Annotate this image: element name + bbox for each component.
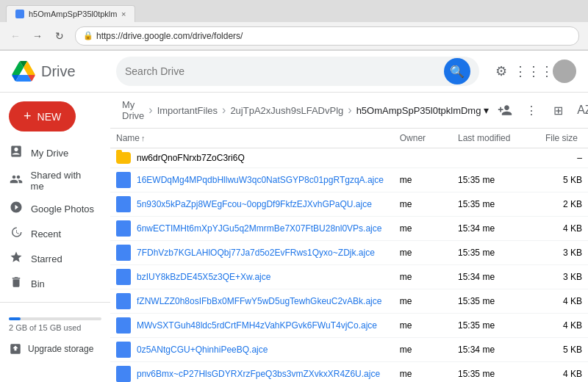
sidebar-item-starred[interactable]: Starred xyxy=(0,246,104,271)
nav-bar: ← → ↻ 🔒 xyxy=(0,22,588,50)
file-name-link[interactable]: 0z5ANtgCGU+QhinhiPeeBQ.ajce xyxy=(137,345,268,355)
file-owner: me xyxy=(394,338,452,362)
tab-close-btn[interactable]: × xyxy=(121,10,126,18)
file-name-link[interactable]: 16EWDqMg4MPqdbHllwuW3qc0NatSGYP8c01pgRTg… xyxy=(137,175,384,185)
starred-label: Starred xyxy=(31,253,62,264)
table-row[interactable]: 7FDhVzb7KGLAHlOQbj77Ja7d5o2EvFRws1Qyxo~Z… xyxy=(110,241,588,265)
breadcrumb-sep-2: › xyxy=(222,104,226,117)
file-modified: 15:35 me xyxy=(452,168,539,192)
address-bar-container[interactable]: 🔒 xyxy=(75,26,579,46)
file-name-cell: 16EWDqMg4MPqdbHllwuW3qc0NatSGYP8c01pgRTg… xyxy=(110,168,394,192)
table-row[interactable]: 16EWDqMg4MPqdbHllwuW3qc0NatSGYP8c01pgRTg… xyxy=(110,168,588,192)
breadcrumb-my-drive[interactable]: My Drive xyxy=(122,99,144,121)
col-header-name[interactable]: Name ↑ xyxy=(110,129,394,148)
file-size: 5 KB xyxy=(539,168,588,192)
header-actions: ⚙ ⋮⋮⋮ xyxy=(488,58,576,84)
starred-icon xyxy=(9,251,24,267)
col-header-owner[interactable]: Owner xyxy=(394,129,452,148)
tab-favicon xyxy=(15,10,24,18)
storage-text: 2 GB of 15 GB used xyxy=(9,323,81,332)
table-row[interactable]: 5n930x5kPaZpj8WEgFcou~0opgDf9FkfzEJXvhGP… xyxy=(110,192,588,217)
file-owner: me xyxy=(394,241,452,265)
table-row[interactable]: MWvSXTGuh48ldc5rdCrtFMH4zVahKPGvk6FWuT4v… xyxy=(110,314,588,338)
sidebar-item-my-drive[interactable]: My Drive xyxy=(0,140,104,165)
table-row[interactable]: fZNWLZZ0h8osIFbBx0MFFwY5wD5ugTewhGkeuC2v… xyxy=(110,289,588,314)
active-tab[interactable]: h5OmAmpSpP35l0tpklmD... × xyxy=(6,5,135,22)
sort-btn[interactable]: AZ xyxy=(573,98,588,122)
col-header-modified[interactable]: Last modified xyxy=(452,129,539,148)
recent-label: Recent xyxy=(31,228,61,239)
my-drive-label: My Drive xyxy=(31,148,68,159)
add-person-btn[interactable] xyxy=(493,98,517,122)
table-row[interactable]: bzIUY8kBzDE45X5z3QE+Xw.ajceme15:34 me3 K… xyxy=(110,265,588,289)
sidebar-item-shared-with-me[interactable]: Shared with me xyxy=(0,165,104,196)
sidebar-item-recent[interactable]: Recent xyxy=(0,221,104,246)
address-input[interactable] xyxy=(96,31,571,41)
content-area: My Drive › ImportantFiles › 2ujTpA2xJush… xyxy=(110,93,588,382)
file-modified: 15:35 me xyxy=(452,362,539,383)
back-btn[interactable]: ← xyxy=(6,26,25,46)
file-name-cell: 7FDhVzb7KGLAHlOQbj77Ja7d5o2EvFRws1Qyxo~Z… xyxy=(110,241,394,265)
file-size: 4 KB xyxy=(539,362,588,383)
app-header: Drive 🔍 ⚙ ⋮⋮⋮ xyxy=(0,51,588,93)
new-button[interactable]: + NEW xyxy=(9,101,76,131)
file-name-cell: 0z5ANtgCGU+QhinhiPeeBQ.ajce xyxy=(110,338,394,362)
apps-icon-btn[interactable]: ⋮⋮⋮ xyxy=(520,58,547,84)
col-header-size[interactable]: File size xyxy=(539,129,588,148)
file-name-link[interactable]: 7FDhVzb7KGLAHlOQbj77Ja7d5o2EvFRws1Qyxo~Z… xyxy=(137,248,375,258)
more-options-btn[interactable]: ⋮ xyxy=(520,98,543,122)
tab-bar: h5OmAmpSpP35l0tpklmD... × xyxy=(0,0,588,22)
doc-icon xyxy=(116,317,131,334)
file-size: 3 KB xyxy=(539,265,588,289)
file-size: – xyxy=(539,148,588,168)
table-row[interactable]: 6nwECTIMHt6mXpYJGu5q2MmrmBe7X07FtBU28nl0… xyxy=(110,217,588,241)
help-icon-btn[interactable]: ⚙ xyxy=(488,58,514,84)
table-row[interactable]: 0z5ANtgCGU+QhinhiPeeBQ.ajceme15:34 me5 K… xyxy=(110,338,588,362)
sidebar-item-google-photos[interactable]: Google Photos xyxy=(0,196,104,221)
file-name-cell: pnv6Bmx~cP27HlsGDYRXrzFpeQ3bs3vmZXvkxXR4… xyxy=(110,362,394,383)
file-modified: 15:34 me xyxy=(452,338,539,362)
sidebar: + NEW My Drive Shared with me Google xyxy=(0,93,110,382)
upgrade-label: Upgrade storage xyxy=(28,344,93,354)
tab-title: h5OmAmpSpP35l0tpklmD... xyxy=(29,10,117,18)
breadcrumb-important-files[interactable]: ImportantFiles xyxy=(157,105,218,116)
forward-btn[interactable]: → xyxy=(28,26,47,46)
shared-with-me-label: Shared with me xyxy=(31,170,96,192)
table-row[interactable]: nw6drQnoFNrxb7ZoC3ri6Q– xyxy=(110,148,588,168)
grid-view-btn[interactable]: ⊞ xyxy=(546,98,570,122)
storage-bar-background xyxy=(9,317,101,320)
sidebar-item-bin[interactable]: Bin xyxy=(0,271,104,296)
doc-icon xyxy=(116,245,131,261)
breadcrumb: My Drive › ImportantFiles › 2ujTpA2xJush… xyxy=(110,93,588,129)
file-name-link[interactable]: pnv6Bmx~cP27HlsGDYRXrzFpeQ3bs3vmZXvkxXR4… xyxy=(137,369,380,379)
file-owner: me xyxy=(394,314,452,338)
breadcrumb-sep-1: › xyxy=(148,104,152,117)
browser-chrome: h5OmAmpSpP35l0tpklmD... × ← → ↻ 🔒 xyxy=(0,0,588,51)
file-modified: 15:35 me xyxy=(452,289,539,314)
reload-btn[interactable]: ↻ xyxy=(50,26,69,46)
avatar[interactable] xyxy=(553,60,576,83)
breadcrumb-folder-id[interactable]: 2ujTpA2xJush9sLFADvPlg xyxy=(230,105,343,116)
doc-icon xyxy=(116,172,131,188)
file-name-link[interactable]: 6nwECTIMHt6mXpYJGu5q2MmrmBe7X07FtBU28nl0… xyxy=(137,223,381,234)
logo-area: Drive xyxy=(12,61,107,82)
file-name-link[interactable]: fZNWLZZ0h8osIFbBx0MFFwY5wD5ugTewhGkeuC2v… xyxy=(137,296,381,306)
breadcrumb-current-label: h5OmAmpSpP35l0tpklmDmg xyxy=(356,105,481,116)
search-input[interactable] xyxy=(125,65,438,77)
file-size: 4 KB xyxy=(539,217,588,241)
file-name-cell: MWvSXTGuh48ldc5rdCrtFMH4zVahKPGvk6FWuT4v… xyxy=(110,314,394,338)
file-name-link[interactable]: bzIUY8kBzDE45X5z3QE+Xw.ajce xyxy=(137,272,270,282)
file-name-link[interactable]: 5n930x5kPaZpj8WEgFcou~0opgDf9FkfzEJXvhGP… xyxy=(137,199,372,209)
search-button[interactable]: 🔍 xyxy=(444,58,470,84)
file-modified: 15:35 me xyxy=(452,192,539,217)
file-owner: me xyxy=(394,217,452,241)
table-row[interactable]: pnv6Bmx~cP27HlsGDYRXrzFpeQ3bs3vmZXvkxXR4… xyxy=(110,362,588,383)
file-name[interactable]: nw6drQnoFNrxb7ZoC3ri6Q xyxy=(137,153,245,163)
storage-info: 2 GB of 15 GB used xyxy=(0,309,110,338)
doc-icon xyxy=(116,366,131,382)
breadcrumb-dropdown-icon[interactable]: ▾ xyxy=(484,104,489,116)
file-name-link[interactable]: MWvSXTGuh48ldc5rdCrtFMH4zVahKPGvk6FWuT4v… xyxy=(137,320,377,331)
file-table: Name ↑ Owner Last modified File size nw6… xyxy=(110,129,588,382)
upgrade-storage-btn[interactable]: Upgrade storage xyxy=(0,338,110,360)
file-owner: me xyxy=(394,362,452,383)
